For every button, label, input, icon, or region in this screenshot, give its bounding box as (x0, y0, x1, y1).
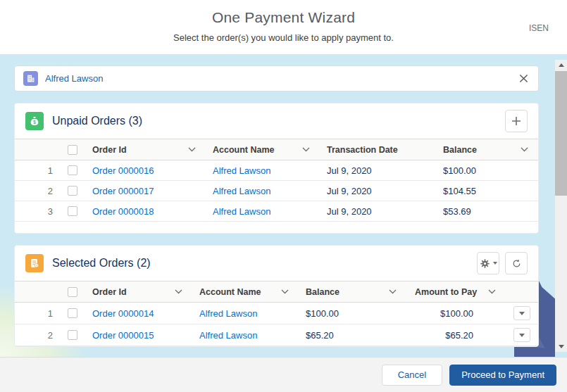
cancel-button[interactable]: Cancel (382, 365, 442, 386)
account-link[interactable]: Alfred Lawson (199, 308, 257, 319)
row-checkbox[interactable] (68, 308, 77, 318)
row-number: 1 (15, 308, 60, 319)
unpaid-orders-title: Unpaid Orders (3) (52, 115, 142, 127)
row-number: 2 (15, 186, 60, 196)
refresh-button[interactable] (505, 252, 528, 274)
add-order-button[interactable] (505, 110, 528, 132)
money-bag-icon: $ (25, 112, 44, 130)
selected-table-header: Order Id Account Name Balance Amount to … (15, 281, 538, 303)
balance-value: $104.55 (436, 186, 538, 196)
row-number: 1 (15, 165, 60, 176)
account-icon (23, 71, 38, 86)
order-link[interactable]: Order 0000015 (92, 330, 154, 341)
balance-value: $65.20 (299, 330, 406, 341)
clear-account-icon[interactable] (517, 72, 530, 85)
table-row: 3 Order 0000018 Alfred Lawson Jul 9, 202… (15, 201, 538, 222)
row-actions-dropdown-button[interactable] (513, 328, 530, 342)
select-all-checkbox[interactable] (68, 145, 77, 155)
column-header-balance[interactable]: Balance (299, 287, 406, 297)
vertical-scrollbar[interactable] (555, 60, 567, 352)
selected-orders-card: Selected Orders (2) Order Id (14, 245, 539, 347)
selected-account-pill: Alfred Lawson (45, 73, 517, 84)
unpaid-table-header: Order Id Account Name Transaction Date B… (15, 139, 538, 160)
account-link[interactable]: Alfred Lawson (199, 330, 257, 341)
wizard-header: One Payment Wizard Select the order(s) y… (0, 0, 567, 54)
amount-to-pay-value: $65.20 (406, 330, 506, 341)
wizard-body: Alfred Lawson $ Unpaid Orders (3) (0, 54, 567, 357)
column-header-transaction-date[interactable]: Transaction Date (320, 145, 436, 155)
scrollbar-thumb[interactable] (555, 71, 567, 196)
table-row: 1 Order 0000014 Alfred Lawson $100.00 $1… (15, 303, 538, 324)
row-number: 3 (15, 206, 60, 217)
row-checkbox[interactable] (68, 330, 77, 340)
row-actions-dropdown-button[interactable] (513, 306, 530, 320)
select-all-checkbox[interactable] (68, 287, 77, 297)
chevron-down-icon (302, 147, 310, 152)
chevron-down-icon (493, 262, 497, 265)
page-title: One Payment Wizard (0, 0, 567, 26)
chevron-down-icon (488, 289, 496, 294)
transaction-date: Jul 9, 2020 (320, 165, 436, 176)
account-link[interactable]: Alfred Lawson (213, 206, 270, 217)
wizard-footer: Cancel Proceed to Payment (0, 357, 567, 392)
account-link[interactable]: Alfred Lawson (213, 165, 270, 176)
unpaid-orders-card: $ Unpaid Orders (3) Order Id Account Na (14, 103, 539, 234)
amount-to-pay-value: $100.00 (406, 308, 506, 319)
column-header-balance[interactable]: Balance (436, 145, 538, 155)
selected-orders-title: Selected Orders (2) (52, 257, 151, 270)
balance-value: $100.00 (299, 308, 406, 319)
row-checkbox[interactable] (68, 165, 77, 175)
svg-text:$: $ (33, 120, 36, 125)
chevron-down-icon (521, 147, 528, 152)
table-row: 1 Order 0000016 Alfred Lawson Jul 9, 202… (15, 160, 538, 181)
account-link[interactable]: Alfred Lawson (213, 186, 270, 196)
column-header-account-name[interactable]: Account Name (206, 145, 320, 155)
chevron-down-icon (281, 289, 289, 294)
chevron-down-icon (175, 289, 182, 294)
row-number: 2 (15, 330, 60, 341)
order-link[interactable]: Order 0000014 (92, 308, 154, 319)
order-link[interactable]: Order 0000016 (92, 165, 154, 176)
scroll-down-button[interactable] (555, 341, 567, 352)
settings-gear-button[interactable] (477, 252, 499, 274)
orders-icon (25, 254, 44, 272)
column-header-order-id[interactable]: Order Id (85, 145, 206, 155)
proceed-to-payment-button[interactable]: Proceed to Payment (449, 365, 556, 386)
chevron-down-icon (389, 289, 397, 294)
row-checkbox[interactable] (68, 186, 77, 196)
org-badge: ISEN (529, 23, 549, 33)
chevron-down-icon (188, 147, 196, 152)
table-row: 2 Order 0000017 Alfred Lawson Jul 9, 202… (15, 181, 538, 201)
column-header-amount-to-pay[interactable]: Amount to Pay (406, 287, 506, 297)
transaction-date: Jul 9, 2020 (320, 186, 436, 196)
balance-value: $100.00 (436, 165, 538, 176)
column-header-account-name[interactable]: Account Name (192, 287, 299, 297)
transaction-date: Jul 9, 2020 (320, 206, 436, 217)
account-lookup-field[interactable]: Alfred Lawson (14, 65, 539, 91)
page-subtitle: Select the order(s) you would like to ap… (0, 32, 567, 43)
column-header-order-id[interactable]: Order Id (85, 287, 192, 297)
table-row: 2 Order 0000015 Alfred Lawson $65.20 $65… (15, 324, 538, 346)
row-checkbox[interactable] (68, 206, 77, 216)
scroll-up-button[interactable] (555, 60, 567, 70)
order-link[interactable]: Order 0000018 (92, 206, 154, 217)
balance-value: $53.69 (436, 206, 538, 217)
order-link[interactable]: Order 0000017 (92, 186, 154, 196)
